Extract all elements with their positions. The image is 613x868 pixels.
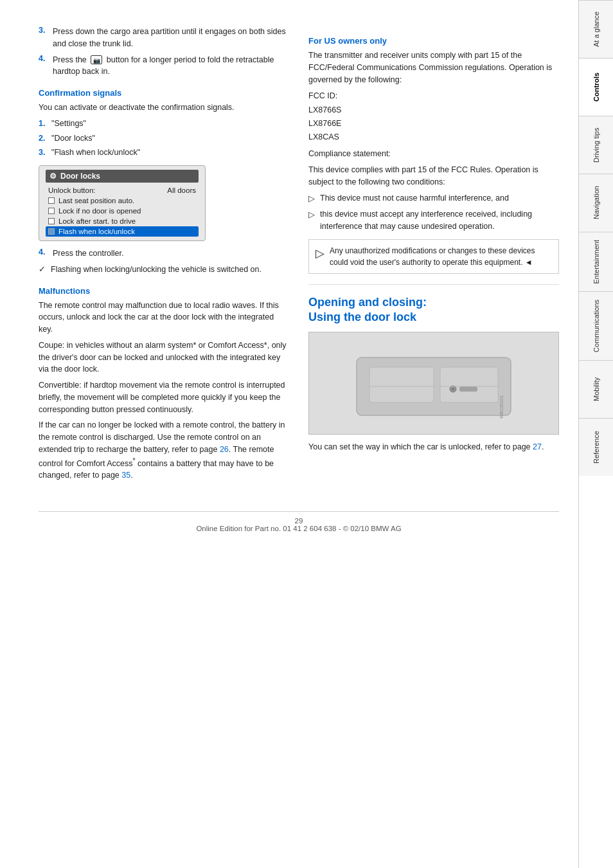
step4-text: Press the 📷 button for a longer period t… <box>53 54 289 78</box>
confirmation-steps-list: 1. "Settings" 2. "Door locks" 3. "Flash … <box>39 118 289 159</box>
conf-step4-text: Press the controller. <box>53 248 123 260</box>
malfunction-para4: If the car can no longer be locked with … <box>39 419 289 482</box>
fcc-id-block: FCC ID: LX8766S LX8766E LX8CAS <box>308 89 559 144</box>
sidebar-tab-mobility[interactable]: Mobility <box>579 360 613 418</box>
menu-item-lock-no-door: Lock if no door is opened <box>46 206 199 216</box>
camera-icon: 📷 <box>91 55 102 64</box>
svg-point-5 <box>452 388 454 390</box>
page35-link[interactable]: 35 <box>121 471 130 480</box>
section-divider <box>308 284 559 285</box>
warning-triangle-icon: ▷ <box>315 245 324 268</box>
opening-closing-heading: Opening and closing: Using the door lock <box>308 295 559 325</box>
menu-item-last-seat: Last seat position auto. <box>46 195 199 206</box>
fcc-id-label: FCC ID: <box>308 91 337 100</box>
fcc-intro: The transmitter and receiver units compl… <box>308 50 559 86</box>
checkbox-lock-after-start <box>48 218 55 224</box>
footer-text: Online Edition for Part no. 01 41 2 604 … <box>196 525 401 532</box>
menu-item-flash-lock: Flash when lock/unlock <box>46 226 199 237</box>
svg-text:WBC00101: WBC00101 <box>499 395 504 419</box>
condition-1: This device must not cause harmful inter… <box>308 192 559 205</box>
svg-rect-2 <box>440 367 498 402</box>
conf-step-2: 2. "Door locks" <box>39 132 289 145</box>
sidebar-tab-reference[interactable]: Reference <box>579 418 613 476</box>
door-locks-menu-screenshot: ⚙ Door locks Unlock button: All doors La… <box>39 165 206 241</box>
conf-step-3: 3. "Flash when lock/unlock" <box>39 147 289 159</box>
checkbox-lock-no-door <box>48 208 55 214</box>
malfunction-para1: The remote control may malfunction due t… <box>39 300 289 336</box>
warning-box: ▷ Any unauthorized modifications or chan… <box>308 239 559 274</box>
fcc-id-3: LX8CAS <box>308 132 339 141</box>
step-4-hardtop: 4. Press the 📷 button for a longer perio… <box>39 54 289 78</box>
sidebar-tab-driving-tips[interactable]: Driving tips <box>579 116 613 174</box>
settings-icon: ⚙ <box>49 172 57 181</box>
checkbox-last-seat <box>48 197 55 204</box>
left-column: 3. Press down the cargo area partition u… <box>39 26 289 485</box>
sidebar-tab-controls[interactable]: Controls <box>579 58 613 116</box>
sidebar-tab-communications[interactable]: Communications <box>579 291 613 360</box>
malfunction-para2: Coupe: in vehicles without an alarm syst… <box>39 339 289 375</box>
page-footer: 29 Online Edition for Part no. 01 41 2 6… <box>39 511 559 532</box>
menu-item-unlock-button: Unlock button: All doors <box>46 185 199 195</box>
menu-title: ⚙ Door locks <box>46 170 199 183</box>
condition-2: this device must accept any interference… <box>308 208 559 233</box>
svg-rect-3 <box>459 386 477 392</box>
malfunction-para3: Convertible: if hardtop movement via the… <box>39 379 289 415</box>
sidebar-tabs: At a glance Controls Driving tips Naviga… <box>578 0 613 868</box>
conf-step-4: 4. Press the controller. <box>39 248 289 260</box>
step-3: 3. Press down the cargo area partition u… <box>39 26 289 50</box>
main-content: 3. Press down the cargo area partition u… <box>0 0 578 868</box>
flashing-note: ✓ Flashing when locking/unlocking the ve… <box>39 264 289 276</box>
confirmation-signals-intro: You can activate or deactivate the confi… <box>39 102 289 114</box>
car-door-image: WBC00101 <box>308 332 559 435</box>
for-us-owners-heading: For US owners only <box>308 36 559 46</box>
confirmation-signals-heading: Confirmation signals <box>39 88 289 98</box>
sidebar-tab-entertainment[interactable]: Entertainment <box>579 231 613 291</box>
step3-text: Press down the cargo area partition unti… <box>53 26 289 50</box>
compliance-text: This device complies with part 15 of the… <box>308 164 559 188</box>
conf-step-1: 1. "Settings" <box>39 118 289 130</box>
car-door-illustration: WBC00101 <box>350 338 517 428</box>
step4-number: 4. <box>39 54 48 63</box>
malfunctions-heading: Malfunctions <box>39 286 289 296</box>
sidebar-tab-navigation[interactable]: Navigation <box>579 174 613 231</box>
checkmark-icon: ✓ <box>39 264 46 274</box>
page26-link[interactable]: 26 <box>220 445 229 454</box>
compliance-label: Compliance statement: <box>308 148 559 160</box>
checkbox-flash-lock <box>48 228 55 235</box>
right-column: For US owners only The transmitter and r… <box>308 26 559 485</box>
conditions-list: This device must not cause harmful inter… <box>308 192 559 233</box>
page27-link[interactable]: 27 <box>533 442 542 451</box>
door-lock-caption: You can set the way in which the car is … <box>308 441 559 453</box>
fcc-id-1: LX8766S <box>308 105 341 114</box>
conf-step4-num: 4. <box>39 248 48 257</box>
step3-number: 3. <box>39 26 48 35</box>
page-number: 29 <box>295 517 303 525</box>
sidebar-tab-at-a-glance[interactable]: At a glance <box>579 0 613 58</box>
menu-item-lock-after-start: Lock after start. to drive <box>46 216 199 226</box>
end-marker: ◄ <box>525 258 533 267</box>
fcc-id-2: LX8766E <box>308 119 341 128</box>
warning-text: Any unauthorized modifications or change… <box>330 245 552 268</box>
svg-rect-1 <box>369 367 434 402</box>
